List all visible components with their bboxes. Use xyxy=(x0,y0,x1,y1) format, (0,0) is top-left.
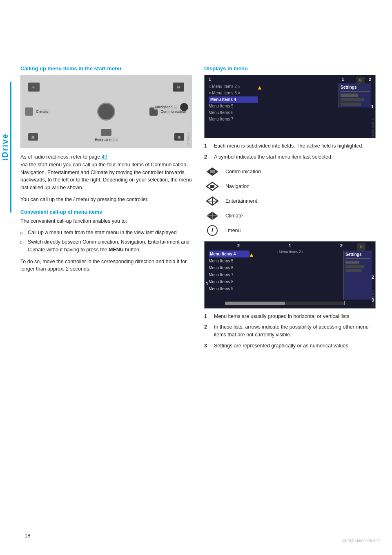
climate-label: Climate xyxy=(225,213,243,219)
smd-navigation: Navigation → xyxy=(154,103,188,111)
tr-icon-shape: ⊞ xyxy=(173,83,184,92)
smd-navigation-icon xyxy=(180,103,188,111)
ms2-bar2 xyxy=(345,265,364,268)
ms2-slider xyxy=(225,302,345,305)
ms2-num1: 1 xyxy=(289,243,291,248)
sidebar-label: iDrive xyxy=(0,133,10,161)
svg-rect-3 xyxy=(210,185,214,188)
icon-row-imenu: i i menu xyxy=(204,225,376,236)
body-text-1-cont: Via the start menu you can call up the f… xyxy=(20,162,192,190)
menu-bold: MENU xyxy=(109,247,124,253)
smd-tl-icon: ⊞ xyxy=(28,83,40,92)
ms2-label-1: 1 xyxy=(206,281,208,286)
tl-icon-shape: ⊞ xyxy=(28,83,40,92)
main-content: Calling up menu items in the start menu … xyxy=(20,0,376,353)
svg-rect-1 xyxy=(210,170,215,173)
menu-screenshot-1: 1 1 2 « Menu Items 2 » « Menu Items 3 » … xyxy=(204,75,376,138)
climate-icon-sym xyxy=(204,210,220,222)
smd-climate-label: Climate xyxy=(35,109,50,114)
imenu-icon-sym: i xyxy=(204,225,220,236)
icon-row-entertainment: Entertainment xyxy=(204,195,376,207)
sidebar-tab: iDrive xyxy=(0,82,11,213)
smd-entertainment-icon xyxy=(101,129,111,136)
ms2-item-3: Menu Items 6 xyxy=(209,264,249,271)
ms1-top-numbers: 1 1 2 xyxy=(205,77,375,82)
desc-3: 1 Menu items are usually grouped in hori… xyxy=(204,313,376,320)
start-menu-diagram: Communication Navigation → Climate xyxy=(20,75,192,148)
desc4-text: In these lists, arrows indicate the poss… xyxy=(214,323,376,339)
ms2-bar3 xyxy=(345,269,362,272)
imenu-label: i menu xyxy=(225,228,241,233)
smd-center-controller xyxy=(97,103,115,121)
desc-1: 1 Each menu is subdivided into fields. T… xyxy=(204,142,376,150)
communication-label: Communication xyxy=(225,169,261,175)
entertainment-label: Entertainment xyxy=(225,198,257,204)
desc2-num: 2 xyxy=(204,153,211,161)
icon-row-climate: Climate xyxy=(204,210,376,222)
navigation-icon-sym xyxy=(204,181,220,192)
smd-br-icon: ▦ xyxy=(174,133,184,141)
smd-entertainment-label: Entertainment xyxy=(94,137,119,142)
diagram-watermark: ST08S13V xyxy=(187,132,190,146)
desc3-num: 1 xyxy=(204,313,211,320)
ms1-arrow: ▲ xyxy=(257,84,263,91)
right-heading: Displays in menu xyxy=(204,65,376,72)
ms2-watermark: ST0F18 (09/06) xyxy=(372,290,374,307)
desc1-num: 1 xyxy=(204,142,211,150)
smd-tr-icon: ⊞ xyxy=(173,83,184,92)
smd-bl-icon: ▦ xyxy=(28,133,38,141)
ms2-slider-tick xyxy=(344,301,345,305)
ms2-menu-list: Menu Items 4 Menu Items 5 Menu Items 6 M… xyxy=(209,251,249,292)
desc4-num: 2 xyxy=(204,323,211,339)
ms2-slider-fill xyxy=(225,302,285,305)
desc2-text: A symbol indicates the start menu item l… xyxy=(214,153,332,161)
smd-entertainment: Entertainment xyxy=(94,129,119,142)
ms2-item-4: Menu Items 7 xyxy=(209,271,249,278)
smd-bg: Communication Navigation → Climate xyxy=(21,75,192,148)
desc5-text: Settings are represented graphically or … xyxy=(214,342,350,350)
left-heading: Calling up menu items in the start menu xyxy=(20,65,192,72)
br-icon-shape: ▦ xyxy=(174,133,184,141)
ms2-top-numbers: 2 1 2 xyxy=(205,243,375,248)
ms2-bar1 xyxy=(345,261,359,264)
page-watermark: carmanualonline.info xyxy=(342,538,380,543)
ms2-item-5: Menu Items 8 xyxy=(209,278,249,285)
body-text-1: As of radio readiness, refer to page 49:… xyxy=(20,153,192,192)
ms2-num2a: 2 xyxy=(237,243,240,248)
body-text-4: To do so, move the controller in the cor… xyxy=(20,258,192,273)
content-columns: Calling up menu items in the start menu … xyxy=(20,65,376,353)
bullet-list: Call up a menu item from the start menu … xyxy=(20,229,192,253)
ms2-top-item: ‹ Menu Items 2 › xyxy=(276,250,303,254)
ms2-divider xyxy=(345,258,370,259)
smd-climate-icon xyxy=(25,107,33,116)
communication-svg xyxy=(204,166,220,177)
navigation-label: Navigation xyxy=(225,184,249,189)
ms1-item-1: « Menu Items 2 » xyxy=(209,83,258,90)
ms1-item-4: Menu Items 5 xyxy=(209,103,258,110)
bl-icon-shape: ▦ xyxy=(28,133,38,141)
ms1-settings-label: Settings xyxy=(341,85,370,90)
ms2-arrow-up: ▲ xyxy=(249,251,254,258)
climate-svg xyxy=(204,210,220,222)
ms1-settings-bar2 xyxy=(341,98,364,101)
desc-5: 3 Settings are represented graphically o… xyxy=(204,342,376,350)
ms1-item-2: « Menu Items 3 » xyxy=(209,90,258,96)
desc3-text: Menu items are usually grouped in horizo… xyxy=(214,313,351,320)
body-text-2-cont: menu by pressing the controller. xyxy=(76,197,148,202)
ms1-side-number: 1 xyxy=(371,104,374,109)
desc5-num: 3 xyxy=(204,342,211,350)
ms1-settings-bar1 xyxy=(341,94,358,97)
icon-row-navigation: Navigation xyxy=(204,181,376,192)
icon-row-communication: Communication xyxy=(204,166,376,177)
menu-screenshot-2: 2 1 2 ‹ Menu Items 2 › ▲ Menu Items 4 Me… xyxy=(204,241,376,309)
desc1-text: Each menu is subdivided into fields. The… xyxy=(214,142,363,150)
ms1-corner-icon: ↻ xyxy=(356,77,365,84)
ms1-num1b: 1 xyxy=(342,77,344,82)
ms1-item-6: Menu Items 7 xyxy=(209,116,258,123)
ms2-item-highlighted: Menu Items 4 xyxy=(209,251,249,257)
ms1-item-highlighted: Menu Items 4 xyxy=(209,96,258,103)
ms1-num1a: 1 xyxy=(209,77,211,82)
ms2-item-2: Menu Items 5 xyxy=(209,257,249,264)
page-number: 18 xyxy=(24,533,30,539)
bullet-item-2: Switch directly between Communication, N… xyxy=(20,238,192,254)
